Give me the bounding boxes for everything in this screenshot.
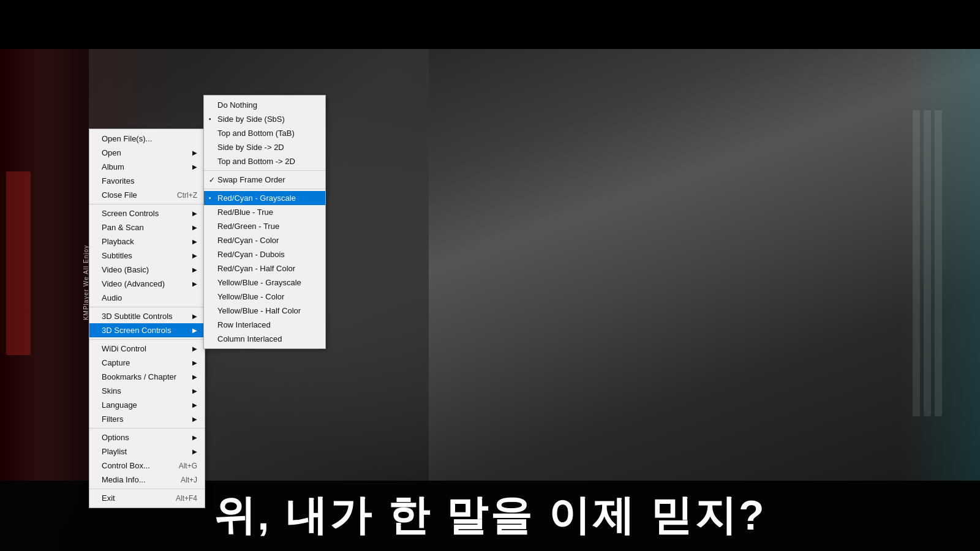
submenu-item-swap-frame-order[interactable]: ✓Swap Frame Order <box>204 173 325 187</box>
arrow-icon-widi-control: ▶ <box>192 345 197 352</box>
arrow-icon-screen-controls: ▶ <box>192 210 197 217</box>
menu-item-label-playback: Playback <box>102 237 134 246</box>
menu-item-label-language: Language <box>102 400 137 410</box>
submenu-label-red-green-true: Red/Green - True <box>217 222 279 231</box>
submenu-item-red-cyan-dubois[interactable]: Red/Cyan - Dubois <box>204 247 325 261</box>
menu-item-playback[interactable]: Playback▶ <box>89 234 205 249</box>
bullet-icon-side-by-side-sbs: • <box>209 116 211 122</box>
top-bar <box>0 0 980 49</box>
menu-item-label-video-advanced: Video (Advanced) <box>102 279 165 288</box>
menu-item-bookmarks-chapter[interactable]: Bookmarks / Chapter▶ <box>89 370 205 384</box>
submenu-item-red-green-true[interactable]: Red/Green - True <box>204 219 325 233</box>
menu-item-3d-subtitle-controls[interactable]: 3D Subtitle Controls▶ <box>89 309 205 323</box>
shortcut-control-box: Alt+G <box>179 462 197 470</box>
arrow-icon-open: ▶ <box>192 149 197 156</box>
submenu-label-top-and-bottom-tab: Top and Bottom (TaB) <box>217 129 295 138</box>
subtitle-text: 위, 내가 한 말을 이제 믿지? <box>214 488 767 544</box>
submenu-item-top-and-bottom-tab[interactable]: Top and Bottom (TaB) <box>204 126 325 140</box>
menu-item-options[interactable]: Options▶ <box>89 430 205 444</box>
separator-after-close-file <box>89 204 205 204</box>
menu-item-label-3d-subtitle-controls: 3D Subtitle Controls <box>102 312 173 321</box>
separator-after-media-info <box>89 489 205 489</box>
submenu-item-row-interlaced[interactable]: Row Interlaced <box>204 318 325 332</box>
menu-item-language[interactable]: Language▶ <box>89 398 205 412</box>
bullet-icon-red-cyan-grayscale: • <box>209 195 211 201</box>
menu-item-label-options: Options <box>102 433 129 442</box>
submenu-item-red-cyan-grayscale[interactable]: •Red/Cyan - Grayscale <box>204 191 325 205</box>
red-accent <box>6 171 31 355</box>
submenu-item-red-cyan-half-color[interactable]: Red/Cyan - Half Color <box>204 261 325 276</box>
submenu-label-red-cyan-dubois: Red/Cyan - Dubois <box>217 250 285 259</box>
menu-item-label-exit: Exit <box>102 493 115 503</box>
video-content <box>429 49 980 481</box>
menu-item-label-open: Open <box>102 148 121 157</box>
menu-item-filters[interactable]: Filters▶ <box>89 412 205 426</box>
separator-after-filters <box>89 428 205 429</box>
arrow-icon-3d-subtitle-controls: ▶ <box>192 313 197 320</box>
menu-item-label-control-box: Control Box... <box>102 461 150 470</box>
submenu-item-yellow-blue-grayscale[interactable]: Yellow/Blue - Grayscale <box>204 276 325 290</box>
menu-item-label-open-files: Open File(s)... <box>102 134 152 143</box>
menu-item-skins[interactable]: Skins▶ <box>89 384 205 398</box>
submenu-item-top-and-bottom-2d[interactable]: Top and Bottom -> 2D <box>204 154 325 168</box>
shortcut-close-file: Ctrl+Z <box>177 191 197 200</box>
arrow-icon-video-basic: ▶ <box>192 266 197 273</box>
submenu-3d-screen-controls: Do Nothing•Side by Side (SbS)Top and Bot… <box>203 95 326 349</box>
submenu-item-yellow-blue-color[interactable]: Yellow/Blue - Color <box>204 290 325 304</box>
menu-item-label-audio: Audio <box>102 293 122 302</box>
menu-item-video-advanced[interactable]: Video (Advanced)▶ <box>89 277 205 291</box>
menu-item-screen-controls[interactable]: Screen Controls▶ <box>89 206 205 220</box>
menu-item-exit[interactable]: ExitAlt+F4 <box>89 491 205 505</box>
submenu-label-red-cyan-half-color: Red/Cyan - Half Color <box>217 264 295 273</box>
menu-item-close-file[interactable]: Close FileCtrl+Z <box>89 188 205 202</box>
arrow-icon-filters: ▶ <box>192 416 197 422</box>
submenu-label-top-and-bottom-2d: Top and Bottom -> 2D <box>217 157 295 166</box>
arrow-icon-pan-scan: ▶ <box>192 224 197 231</box>
menu-item-capture[interactable]: Capture▶ <box>89 356 205 370</box>
sub-separator-separator2 <box>204 189 325 189</box>
menu-item-label-media-info: Media Info... <box>102 475 146 484</box>
arrow-icon-playlist: ▶ <box>192 448 197 455</box>
menu-item-label-screen-controls: Screen Controls <box>102 209 159 218</box>
main-context-menu: Open File(s)...Open▶Album▶FavoritesClose… <box>89 129 205 508</box>
submenu-label-row-interlaced: Row Interlaced <box>217 320 271 329</box>
menu-item-playlist[interactable]: Playlist▶ <box>89 444 205 459</box>
arrow-icon-playback: ▶ <box>192 238 197 245</box>
menu-item-media-info[interactable]: Media Info...Alt+J <box>89 473 205 487</box>
submenu-item-side-by-side-2d[interactable]: Side by Side -> 2D <box>204 140 325 154</box>
menu-item-label-skins: Skins <box>102 386 121 395</box>
submenu-item-red-blue-true[interactable]: Red/Blue - True <box>204 205 325 219</box>
arrow-icon-album: ▶ <box>192 163 197 170</box>
menu-item-label-filters: Filters <box>102 414 123 424</box>
menu-item-3d-screen-controls[interactable]: 3D Screen Controls▶ <box>89 323 205 337</box>
arrow-icon-3d-screen-controls: ▶ <box>192 327 197 334</box>
submenu-item-red-cyan-color[interactable]: Red/Cyan - Color <box>204 233 325 247</box>
submenu-label-red-cyan-grayscale: Red/Cyan - Grayscale <box>217 193 296 203</box>
menu-item-album[interactable]: Album▶ <box>89 160 205 174</box>
checkmark-icon-swap-frame-order: ✓ <box>209 176 215 184</box>
menu-item-label-pan-scan: Pan & Scan <box>102 223 144 232</box>
menu-item-open-files[interactable]: Open File(s)... <box>89 132 205 146</box>
menu-item-label-3d-screen-controls: 3D Screen Controls <box>102 326 171 335</box>
submenu-item-column-interlaced[interactable]: Column Interlaced <box>204 332 325 346</box>
menu-item-open[interactable]: Open▶ <box>89 146 205 160</box>
menu-item-label-capture: Capture <box>102 358 130 367</box>
arrow-icon-subtitles: ▶ <box>192 252 197 259</box>
menu-item-widi-control[interactable]: WiDi Control▶ <box>89 342 205 356</box>
menu-item-subtitles[interactable]: Subtitles▶ <box>89 249 205 263</box>
submenu-label-do-nothing: Do Nothing <box>217 100 257 110</box>
sub-separator-separator1 <box>204 170 325 171</box>
menu-item-favorites[interactable]: Favorites <box>89 174 205 188</box>
submenu-label-red-cyan-color: Red/Cyan - Color <box>217 236 279 245</box>
menu-item-video-basic[interactable]: Video (Basic)▶ <box>89 263 205 277</box>
submenu-label-column-interlaced: Column Interlaced <box>217 334 282 343</box>
menu-item-pan-scan[interactable]: Pan & Scan▶ <box>89 220 205 234</box>
menu-item-audio[interactable]: Audio <box>89 291 205 305</box>
submenu-label-yellow-blue-color: Yellow/Blue - Color <box>217 292 284 301</box>
submenu-item-do-nothing[interactable]: Do Nothing <box>204 98 325 112</box>
submenu-item-yellow-blue-half-color[interactable]: Yellow/Blue - Half Color <box>204 304 325 318</box>
menu-item-control-box[interactable]: Control Box...Alt+G <box>89 459 205 473</box>
menu-item-label-playlist: Playlist <box>102 447 127 456</box>
submenu-label-yellow-blue-half-color: Yellow/Blue - Half Color <box>217 306 301 315</box>
submenu-item-side-by-side-sbs[interactable]: •Side by Side (SbS) <box>204 112 325 126</box>
